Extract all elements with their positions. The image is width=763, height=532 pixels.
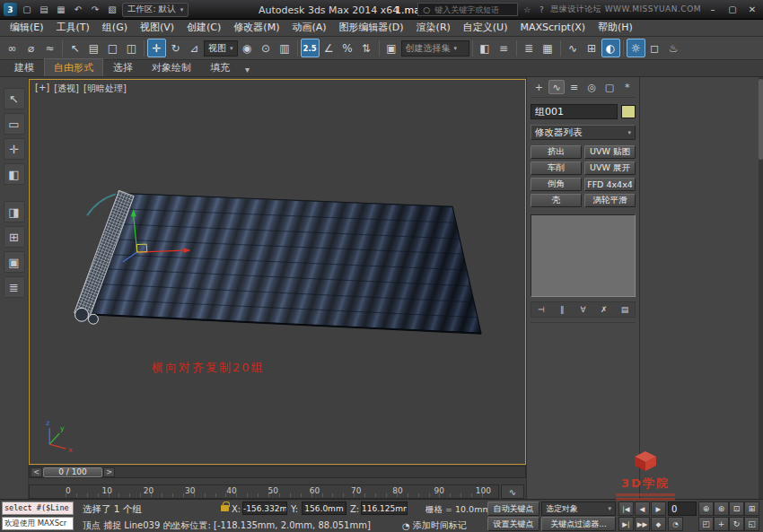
ribbon-tab-modeling[interactable]: 建模 [5, 59, 43, 76]
left-toolbar-icon-1[interactable]: ↖ [4, 88, 25, 109]
mirror-icon[interactable]: ◧ [476, 39, 495, 57]
menu-help[interactable]: 帮助(H) [592, 20, 639, 36]
selection-set-dropdown[interactable]: 选定对象 ▾ [541, 501, 616, 516]
select-object-icon[interactable]: ↖ [66, 39, 84, 57]
modify-tab-icon[interactable]: ∿ [548, 80, 566, 94]
left-toolbar-icon-4[interactable]: ◧ [4, 163, 25, 185]
configure-modifier-sets-icon[interactable]: ▤ [617, 303, 633, 316]
left-toolbar-icon-5[interactable]: ◨ [4, 201, 25, 222]
zoom-all-icon[interactable]: ⊛ [714, 501, 729, 516]
time-slider-handle[interactable]: 0 / 100 [43, 467, 102, 477]
create-tab-icon[interactable]: + [531, 80, 548, 94]
make-unique-icon[interactable]: ∀ [575, 303, 592, 316]
left-toolbar-icon-2[interactable]: ▭ [4, 113, 25, 135]
maxscript-listener-line[interactable]: 欢迎使用 MAXScr [2, 517, 74, 530]
y-coordinate-field[interactable] [302, 501, 346, 515]
macro-recorder-line[interactable]: select #($Line [2, 501, 74, 515]
select-and-link-icon[interactable]: ∞ [3, 39, 22, 57]
panel-scrollbar[interactable] [759, 77, 763, 499]
reference-coordinate-dropdown[interactable]: 视图 ▾ [204, 40, 238, 57]
use-pivot-center-icon[interactable]: ◉ [238, 39, 257, 57]
object-color-swatch[interactable] [621, 105, 636, 118]
keyboard-override-icon[interactable]: ▥ [276, 39, 294, 57]
selection-lock-toggle[interactable] [221, 505, 229, 511]
modifier-button-ffd[interactable]: FFD 4x4x4 [584, 178, 636, 191]
go-to-end-icon[interactable]: ▶▶ [635, 517, 650, 531]
angle-snap-icon[interactable]: ∠ [320, 39, 338, 57]
zoom-extents-icon[interactable]: ⊡ [729, 501, 744, 516]
undo-icon[interactable]: ↶ [71, 3, 85, 17]
go-to-start-icon[interactable]: |◀ [618, 501, 634, 516]
time-slider[interactable]: < 0 / 100 > [29, 466, 526, 478]
left-toolbar-icon-8[interactable]: ≣ [4, 276, 25, 298]
ribbon-minimize-icon[interactable]: ▾ [240, 63, 255, 76]
ribbon-tab-populate[interactable]: 填充 [201, 59, 239, 76]
menu-animation[interactable]: 动画(A) [285, 20, 332, 36]
modifier-button-extrude[interactable]: 挤出 [531, 145, 582, 159]
utilities-tab-icon[interactable]: * [618, 80, 636, 94]
window-crossing-icon[interactable]: ◫ [122, 39, 141, 57]
zoom-region-icon[interactable]: ◰ [698, 517, 714, 531]
search-input[interactable] [434, 5, 514, 14]
render-production-icon[interactable]: ♨ [664, 39, 683, 57]
track-bar[interactable]: 0 10 20 30 40 50 60 70 80 90 100 [29, 484, 499, 499]
modifier-button-lathe[interactable]: 车削 [531, 161, 582, 175]
scrollbar-thumb[interactable] [759, 79, 763, 160]
schematic-view-icon[interactable]: ⊞ [583, 39, 601, 57]
key-mode-toggle-icon[interactable]: ◆ [651, 517, 666, 531]
play-animation-icon[interactable]: ▶ [651, 501, 666, 516]
viewport-menu-shading[interactable]: [明暗处理] [83, 83, 127, 95]
auto-key-button[interactable]: 自动关键点 [487, 501, 539, 516]
modifier-button-bevel[interactable]: 倒角 [531, 178, 582, 191]
menu-views[interactable]: 视图(V) [134, 20, 180, 36]
graphite-ribbon-icon[interactable]: ▦ [539, 39, 557, 57]
favorites-icon[interactable]: ☆ [522, 5, 532, 14]
set-key-button[interactable]: 设置关键点 [487, 517, 539, 531]
menu-customize[interactable]: 自定义(U) [457, 20, 514, 36]
zoom-icon[interactable]: ⊕ [698, 501, 714, 516]
maximize-viewport-icon[interactable]: ◱ [744, 517, 759, 531]
open-file-icon[interactable]: ▤ [37, 3, 51, 17]
menu-group[interactable]: 组(G) [96, 20, 134, 36]
pin-stack-icon[interactable]: ⊣ [533, 303, 549, 316]
left-toolbar-icon-6[interactable]: ⊞ [4, 226, 25, 248]
snap-toggle-icon[interactable]: 2.5 [301, 39, 320, 57]
material-editor-icon[interactable]: ◐ [601, 39, 620, 57]
curve-editor-icon[interactable]: ∿ [564, 39, 583, 57]
save-file-icon[interactable]: ▦ [54, 3, 68, 17]
time-configuration-icon[interactable]: ◔ [668, 517, 683, 531]
help-icon[interactable]: ? [536, 5, 547, 14]
percent-snap-icon[interactable]: % [338, 39, 357, 57]
select-and-rotate-icon[interactable]: ↻ [166, 39, 185, 57]
motion-tab-icon[interactable]: ◎ [583, 80, 601, 94]
redo-icon[interactable]: ↷ [88, 3, 102, 17]
display-tab-icon[interactable]: ▢ [601, 80, 618, 94]
ribbon-tab-selection[interactable]: 选择 [104, 59, 142, 76]
key-filters-button[interactable]: 关键点过滤器... [541, 517, 616, 531]
maximize-button[interactable]: ▢ [724, 3, 741, 16]
minimize-button[interactable]: – [705, 3, 721, 16]
render-setup-icon[interactable]: ☼ [627, 39, 645, 57]
select-and-manipulate-icon[interactable]: ⊙ [257, 39, 276, 57]
next-frame-arrow[interactable]: > [103, 467, 115, 477]
mini-curve-editor-icon[interactable]: ∿ [501, 484, 524, 499]
show-end-result-icon[interactable]: ‖ [554, 303, 570, 316]
modifier-button-unwrap-uvw[interactable]: UVW 展开 [584, 161, 636, 175]
viewport-menu-general[interactable]: [+] [35, 83, 49, 95]
z-coordinate-field[interactable] [361, 501, 408, 515]
pan-icon[interactable]: + [714, 517, 729, 531]
next-frame-icon[interactable]: ▶| [618, 517, 634, 531]
menu-modifiers[interactable]: 修改器(M) [227, 20, 285, 36]
new-scene-icon[interactable]: ▢ [20, 3, 34, 17]
layer-manager-icon[interactable]: ≣ [520, 39, 539, 57]
modifier-button-shell[interactable]: 壳 [531, 194, 582, 207]
workspace-dropdown[interactable]: 工作区: 默认 ▾ [122, 3, 189, 17]
align-icon[interactable]: ≡ [495, 39, 513, 57]
select-and-move-icon[interactable]: ✛ [147, 39, 166, 57]
selection-region-icon[interactable]: □ [103, 39, 122, 57]
close-button[interactable]: ✕ [744, 3, 760, 16]
modifier-list-dropdown[interactable]: 修改器列表 ▾ [531, 125, 636, 140]
menu-rendering[interactable]: 渲染(R) [410, 20, 457, 36]
menu-maxscript[interactable]: MAXScript(X) [513, 20, 592, 36]
select-by-name-icon[interactable]: ▤ [84, 39, 103, 57]
